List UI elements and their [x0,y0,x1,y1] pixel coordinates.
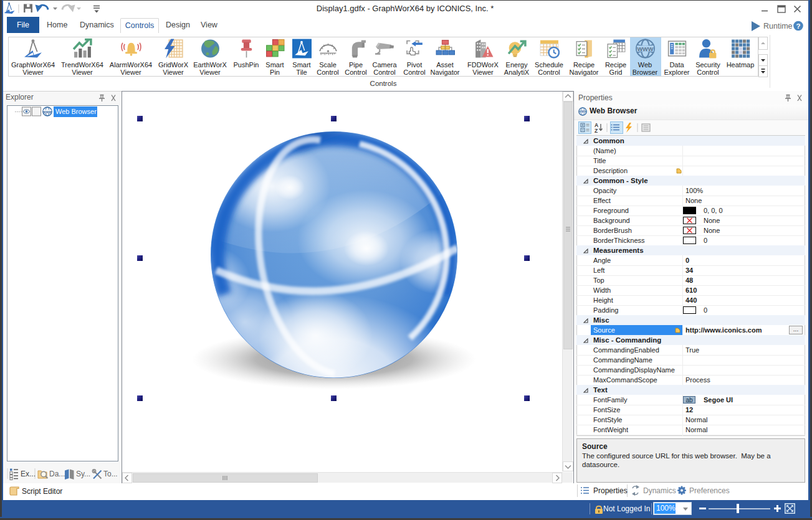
svg-text:?: ? [796,22,800,30]
svg-text:Z: Z [595,128,598,134]
svg-text:WWW: WWW [42,110,52,114]
svg-text:WWW: WWW [578,110,587,113]
